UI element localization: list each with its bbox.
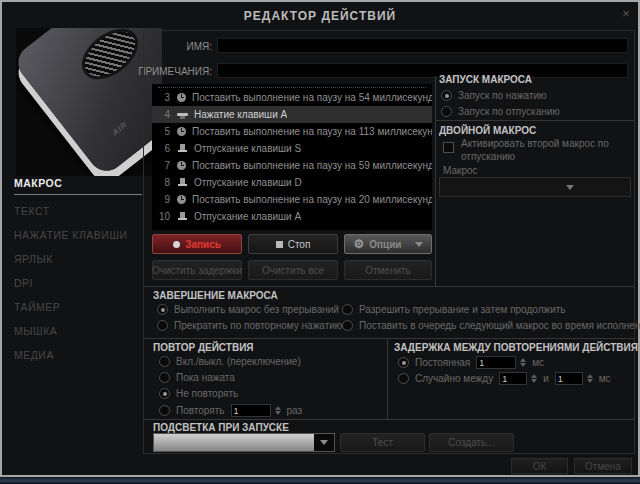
sidebar-item-shortcut[interactable]: ЯРЛЫК	[14, 247, 142, 271]
sidebar-item-text[interactable]: ТЕКСТ	[14, 199, 142, 223]
macro-select-dropdown[interactable]	[439, 177, 631, 197]
lighting-create-button[interactable]: Создать...	[429, 433, 514, 452]
lighting-section-title: ПОДСВЕТКА ПРИ ЗАПУСКЕ	[153, 422, 289, 433]
constant-delay-input[interactable]	[476, 356, 516, 369]
gear-icon: ⚙	[353, 238, 364, 250]
delay-option-constant[interactable]: Постоянная мс	[398, 356, 544, 369]
cancel-button[interactable]: Отмена	[574, 458, 632, 474]
list-item[interactable]: 4 Нажатие клавиши A	[152, 106, 432, 123]
divider	[387, 338, 388, 419]
list-scroll-dots	[158, 87, 426, 88]
completion-option-stop-on-repress[interactable]: Прекратить по повторному нажатию	[157, 320, 342, 331]
lighting-test-button[interactable]: Тест	[340, 433, 425, 452]
clear-all-button[interactable]: Очистить все	[248, 260, 338, 280]
divider	[435, 76, 436, 287]
list-item[interactable]: 5 Поставить выполнение на паузу на 113 м…	[152, 123, 432, 140]
list-item[interactable]: 10 Отпускание клавиши A	[152, 208, 432, 225]
list-item[interactable]: 3 Поставить выполнение на паузу на 54 ми…	[152, 89, 432, 106]
spinner-icon[interactable]	[587, 374, 593, 383]
key-press-icon	[177, 111, 188, 119]
random-delay-from-input[interactable]	[499, 372, 527, 385]
clear-delays-button[interactable]: Очистить задержки	[152, 260, 242, 280]
stop-button[interactable]: Стоп	[248, 234, 338, 254]
radio-icon[interactable]	[441, 90, 452, 101]
radio-icon[interactable]	[398, 357, 409, 368]
list-item[interactable]: 6 Отпускание клавиши S	[152, 140, 432, 157]
spinner-icon[interactable]	[520, 358, 526, 367]
list-item[interactable]: 8 Отпускание клавиши D	[152, 174, 432, 191]
cancel-recording-button[interactable]: Отменить	[344, 260, 432, 280]
clock-icon	[177, 93, 186, 102]
radio-icon[interactable]	[159, 405, 170, 416]
sidebar-item-keypress[interactable]: НАЖАТИЕ КЛАВИШИ	[14, 223, 142, 247]
sidebar-active-underline	[14, 194, 142, 195]
dropdown-arrow-box[interactable]	[314, 434, 334, 451]
repeat-option-count[interactable]: Повторять раз	[159, 404, 302, 417]
radio-icon[interactable]	[342, 304, 353, 315]
delay-section-title: ЗАДЕРЖКА МЕЖДУ ПОВТОРЕНИЯМИ ДЕЙСТВИЯ	[394, 342, 638, 353]
stop-icon	[276, 241, 283, 248]
launch-on-release-option[interactable]: Запуск по отпусканию	[441, 106, 560, 117]
radio-icon[interactable]	[342, 320, 353, 331]
delay-option-random[interactable]: Случайно между и мс	[398, 372, 611, 385]
double-macro-section-title: ДВОЙНОЙ МАКРОС	[439, 125, 536, 136]
radio-icon[interactable]	[159, 388, 170, 399]
clock-icon	[177, 127, 186, 136]
ok-button[interactable]: ОК	[511, 458, 568, 474]
record-button[interactable]: Запись	[152, 234, 242, 254]
radio-icon[interactable]	[441, 106, 452, 117]
radio-icon[interactable]	[398, 373, 409, 384]
repeat-option-while-pressed[interactable]: Пока нажата	[159, 372, 235, 383]
completion-option-no-interrupt[interactable]: Выполнить макрос без прерываний	[157, 304, 339, 315]
radio-icon[interactable]	[157, 320, 168, 331]
dialog-title: РЕДАКТОР ДЕЙСТВИЙ	[2, 9, 638, 23]
activate-second-macro-checkbox[interactable]	[443, 142, 454, 153]
chevron-down-icon	[415, 242, 423, 247]
sidebar-item-macro[interactable]: МАКРОС	[14, 174, 142, 194]
launch-on-press-option[interactable]: Запуск по нажатию	[441, 90, 547, 101]
radio-icon[interactable]	[159, 372, 170, 383]
record-icon	[173, 241, 180, 248]
options-button[interactable]: ⚙ Опции	[344, 234, 432, 254]
repeat-section-title: ПОВТОР ДЕЙСТВИЯ	[153, 342, 254, 353]
random-delay-to-input[interactable]	[555, 372, 583, 385]
window-bottom-edge	[0, 477, 640, 484]
key-release-icon	[177, 212, 188, 221]
sidebar: МАКРОС ТЕКСТ НАЖАТИЕ КЛАВИШИ ЯРЛЫК DPI Т…	[14, 174, 142, 367]
macro-action-list[interactable]: 3 Поставить выполнение на паузу на 54 ми…	[152, 84, 432, 230]
chevron-down-icon	[566, 185, 574, 190]
repeat-option-toggle[interactable]: Вкл./выкл. (переключение)	[159, 356, 301, 367]
completion-option-allow-interrupt[interactable]: Разрешить прерывание и затем продолжить	[342, 304, 566, 315]
repeat-count-input[interactable]	[231, 404, 271, 417]
divider	[435, 120, 635, 121]
close-icon[interactable]: ×	[618, 6, 634, 22]
sidebar-item-mouse[interactable]: МЫШКА	[14, 319, 142, 343]
radio-icon[interactable]	[159, 356, 170, 367]
divider	[143, 419, 635, 420]
key-release-icon	[177, 144, 188, 153]
clock-icon	[177, 195, 186, 204]
macro-select-label: Макрос	[443, 165, 478, 176]
radio-icon[interactable]	[157, 304, 168, 315]
sidebar-item-timer[interactable]: ТАЙМЕР	[14, 295, 142, 319]
chevron-down-icon	[320, 440, 328, 445]
list-item[interactable]: 9 Поставить выполнение на паузу на 20 ми…	[152, 191, 432, 208]
sidebar-item-dpi[interactable]: DPI	[14, 271, 142, 295]
divider	[143, 286, 635, 287]
list-item[interactable]: 7 Поставить выполнение на паузу на 59 ми…	[152, 157, 432, 174]
lighting-color-dropdown[interactable]	[153, 433, 335, 452]
clock-icon	[177, 161, 186, 170]
divider	[143, 338, 635, 339]
key-release-icon	[177, 178, 188, 187]
completion-option-queue-next[interactable]: Поставить в очередь следующий макрос во …	[342, 320, 640, 331]
spinner-icon[interactable]	[275, 406, 281, 415]
repeat-option-none[interactable]: Не повторять	[159, 388, 238, 399]
launch-section-title: ЗАПУСК МАКРОСА	[439, 74, 532, 85]
completion-section-title: ЗАВЕРШЕНИЕ МАКРОСА	[153, 290, 278, 301]
sidebar-item-media[interactable]: МЕДИА	[14, 343, 142, 367]
activate-second-macro-label: Активировать второй макрос по отпусканию	[461, 137, 631, 163]
spinner-icon[interactable]	[531, 374, 537, 383]
action-editor-dialog: РЕДАКТОР ДЕЙСТВИЙ × AIR ИМЯ: ПРИМЕЧАНИЯ:…	[0, 0, 640, 477]
